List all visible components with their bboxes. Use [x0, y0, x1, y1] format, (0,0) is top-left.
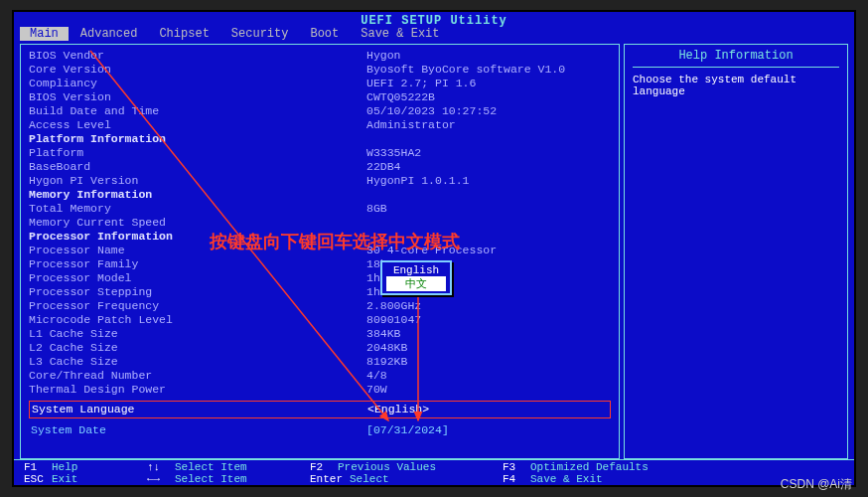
- bios-screen: UEFI SETUP Utility Main Advanced Chipset…: [12, 10, 856, 487]
- key-enter: Enter: [310, 473, 350, 485]
- window-title: UEFI SETUP Utility: [14, 12, 854, 26]
- menu-security[interactable]: Security: [221, 27, 299, 41]
- menu-bar: Main Advanced Chipset Security Boot Save…: [14, 26, 854, 42]
- info-label: L3 Cache Size: [29, 355, 366, 369]
- info-value: 384KB: [366, 327, 401, 341]
- key-updown: ↑↓: [147, 461, 175, 473]
- info-value: 2048KB: [366, 341, 407, 355]
- info-row: Total Memory8GB: [29, 202, 611, 216]
- info-row: Processor Model1h: [29, 271, 611, 285]
- system-date-row[interactable]: System Date [07/31/2024]: [29, 422, 611, 438]
- info-row: Platform Information: [29, 132, 611, 146]
- info-label: Processor Stepping: [29, 285, 366, 299]
- info-row: Processor Frequency2.800GHz: [29, 299, 611, 313]
- info-value: UEFI 2.7; PI 1.6: [366, 77, 476, 90]
- info-label: BIOS Vendor: [29, 49, 366, 63]
- system-language-value: <English>: [367, 402, 429, 417]
- info-label: L1 Cache Size: [29, 327, 366, 341]
- info-value: 8GB: [366, 202, 387, 216]
- info-label: Core/Thread Number: [29, 369, 366, 383]
- language-option-english[interactable]: English: [386, 264, 446, 276]
- info-value: W3335HA2: [366, 146, 421, 160]
- desc-select-item: Select Item: [175, 461, 247, 473]
- info-label: Core Version: [29, 63, 366, 77]
- info-row: Hygon PI VersionHygonPI 1.0.1.1: [29, 174, 611, 188]
- menu-advanced[interactable]: Advanced: [71, 27, 148, 41]
- info-label: Build Date and Time: [29, 104, 366, 118]
- key-esc: ESC: [24, 473, 52, 485]
- info-row: BIOS VersionCWTQ05222B: [29, 90, 611, 104]
- info-value: HygonPI 1.0.1.1: [366, 174, 470, 188]
- info-value: CWTQ05222B: [366, 90, 435, 104]
- info-row: Core VersionByosoft ByoCore software V1.…: [29, 63, 611, 77]
- desc-save: Save & Exit: [530, 473, 603, 485]
- info-row: PlatformW3335HA2: [29, 146, 611, 160]
- desc-help: Help: [52, 461, 77, 473]
- info-value: 1h: [366, 271, 380, 285]
- help-text: Choose the system default language: [633, 74, 839, 97]
- system-date-value: [07/31/2024]: [366, 422, 449, 438]
- info-value: 70W: [366, 383, 387, 397]
- footer-bar: F1Help ESCExit ↑↓Select Item ←→Select It…: [14, 459, 854, 485]
- desc-select-item2: Select Item: [175, 473, 247, 485]
- info-label: Thermal Design Power: [29, 383, 366, 397]
- desc-optimized: Optimized Defaults: [530, 461, 649, 473]
- system-language-label: System Language: [30, 402, 367, 417]
- info-value: 4/8: [366, 369, 387, 383]
- menu-boot[interactable]: Boot: [300, 27, 349, 41]
- menu-main[interactable]: Main: [20, 27, 69, 41]
- info-label: Platform: [29, 146, 366, 160]
- info-label: Platform Information: [29, 132, 366, 146]
- language-popup[interactable]: English 中文: [380, 260, 452, 295]
- info-value: Byosoft ByoCore software V1.0: [366, 63, 565, 77]
- system-date-label: System Date: [29, 422, 366, 438]
- key-f2: F2: [310, 461, 338, 473]
- info-row: BIOS VendorHygon: [29, 49, 611, 63]
- annotation-text: 按键盘向下键回车选择中文模式: [210, 230, 460, 253]
- info-label: Microcode Patch Level: [29, 313, 366, 327]
- info-label: Processor Family: [29, 257, 366, 271]
- info-value: 1h: [366, 285, 380, 299]
- info-value: 05/10/2023 10:27:52: [366, 104, 497, 118]
- desc-exit: Exit: [52, 473, 77, 485]
- info-row: CompliancyUEFI 2.7; PI 1.6: [29, 77, 611, 90]
- info-row: L1 Cache Size384KB: [29, 327, 611, 341]
- info-label: BaseBoard: [29, 160, 366, 174]
- info-value: 2.800GHz: [366, 299, 421, 313]
- watermark: CSDN @Ai清: [781, 476, 852, 493]
- info-label: Compliancy: [29, 77, 366, 90]
- system-language-row[interactable]: System Language <English>: [29, 401, 611, 418]
- info-row: Memory Information: [29, 188, 611, 202]
- menu-chipset[interactable]: Chipset: [149, 27, 218, 41]
- info-row: Thermal Design Power70W: [29, 383, 611, 397]
- info-label: Memory Information: [29, 188, 366, 202]
- info-label: L2 Cache Size: [29, 341, 366, 355]
- info-value: 80901047: [366, 313, 421, 327]
- info-label: Total Memory: [29, 202, 366, 216]
- info-row: Access LevelAdministrator: [29, 118, 611, 132]
- info-row: Memory Current Speed: [29, 216, 611, 230]
- info-row: L3 Cache Size8192KB: [29, 355, 611, 369]
- info-label: Memory Current Speed: [29, 216, 366, 230]
- info-row: Core/Thread Number4/8: [29, 369, 611, 383]
- info-value: Hygon: [366, 49, 401, 63]
- desc-prev: Previous Values: [338, 461, 436, 473]
- info-label: Processor Frequency: [29, 299, 366, 313]
- info-label: Hygon PI Version: [29, 174, 366, 188]
- info-value: 8192KB: [366, 355, 407, 369]
- menu-save-exit[interactable]: Save & Exit: [351, 27, 449, 41]
- info-row: BaseBoard22DB4: [29, 160, 611, 174]
- help-panel: Help Information Choose the system defau…: [624, 44, 848, 459]
- info-row: Processor Family18h: [29, 257, 611, 271]
- key-leftright: ←→: [147, 473, 175, 485]
- key-f3: F3: [503, 461, 530, 473]
- info-row: Processor Stepping1h: [29, 285, 611, 299]
- info-label: Access Level: [29, 118, 366, 132]
- info-label: BIOS Version: [29, 90, 366, 104]
- info-label: Processor Model: [29, 271, 366, 285]
- language-option-chinese[interactable]: 中文: [386, 276, 446, 291]
- info-row: L2 Cache Size2048KB: [29, 341, 611, 355]
- desc-select: Select: [350, 473, 389, 485]
- info-row: Microcode Patch Level80901047: [29, 313, 611, 327]
- help-title: Help Information: [633, 49, 839, 68]
